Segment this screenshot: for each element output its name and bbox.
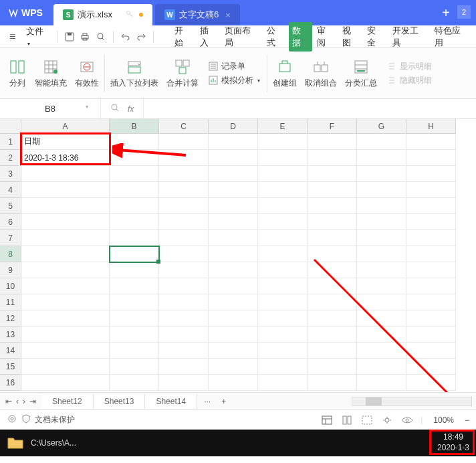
row-header[interactable]: 12 [0, 310, 21, 327]
hamburger-icon[interactable]: ≡ [4, 31, 21, 43]
cell[interactable] [159, 214, 209, 230]
cell[interactable] [406, 166, 456, 182]
name-box[interactable]: B8 [0, 104, 100, 114]
preview-button[interactable] [93, 29, 109, 45]
cell[interactable] [110, 214, 159, 230]
sheet-more-button[interactable]: ··· [197, 397, 217, 406]
cell[interactable] [357, 182, 406, 198]
cell[interactable] [209, 166, 258, 182]
cell[interactable] [110, 134, 159, 150]
cell[interactable] [258, 182, 308, 198]
cell[interactable] [308, 134, 357, 150]
cell[interactable] [21, 278, 110, 294]
cell[interactable] [110, 262, 159, 278]
cell[interactable] [308, 214, 357, 230]
cell[interactable] [159, 310, 209, 327]
settings-icon[interactable] [7, 413, 17, 426]
cell[interactable] [406, 278, 456, 294]
sheet-tab[interactable]: Sheet14 [145, 394, 197, 409]
row-header[interactable]: 9 [0, 262, 21, 278]
cell[interactable] [308, 246, 357, 262]
close-icon[interactable]: × [225, 10, 231, 20]
cell[interactable] [258, 214, 308, 230]
cell[interactable] [258, 359, 308, 375]
cell[interactable] [110, 278, 159, 294]
cell[interactable] [308, 198, 357, 214]
cell[interactable] [357, 310, 406, 327]
cell[interactable] [406, 327, 456, 343]
row-header[interactable]: 11 [0, 294, 21, 310]
cell[interactable]: 2020-1-3 18:36 [21, 150, 110, 166]
folder-icon[interactable] [7, 436, 24, 450]
cell[interactable] [406, 134, 456, 150]
cell[interactable] [406, 198, 456, 214]
row-header[interactable]: 3 [0, 166, 21, 182]
cell[interactable] [110, 310, 159, 327]
fx-search-icon[interactable] [110, 103, 120, 114]
column-header[interactable]: B [110, 119, 159, 134]
cell[interactable] [406, 359, 456, 375]
group-button[interactable]: 创建组 [270, 58, 300, 89]
cell[interactable] [406, 150, 456, 166]
cell[interactable] [209, 310, 258, 327]
sheet-last-button[interactable]: ⇥ [29, 397, 36, 406]
cell[interactable] [308, 230, 357, 246]
column-header[interactable]: H [406, 119, 456, 134]
cell[interactable] [357, 294, 406, 310]
select-all-corner[interactable] [0, 119, 21, 134]
cell[interactable] [406, 214, 456, 230]
print-button[interactable] [78, 29, 94, 45]
sheet-add-button[interactable]: + [217, 397, 230, 406]
column-header[interactable]: D [209, 119, 258, 134]
cell[interactable] [21, 230, 110, 246]
cell[interactable] [308, 182, 357, 198]
cell[interactable] [357, 150, 406, 166]
cell[interactable] [258, 134, 308, 150]
cell[interactable] [258, 230, 308, 246]
cell[interactable] [357, 134, 406, 150]
cell[interactable] [159, 294, 209, 310]
row-header[interactable]: 5 [0, 198, 21, 214]
cell[interactable] [159, 262, 209, 278]
redo-button[interactable] [134, 29, 150, 45]
cell[interactable] [110, 230, 159, 246]
tab-formula[interactable]: 公式 [263, 22, 287, 52]
tab-view[interactable]: 视图 [339, 22, 363, 52]
row-header[interactable]: 6 [0, 214, 21, 230]
cell[interactable] [357, 246, 406, 262]
cell[interactable] [357, 327, 406, 343]
cell[interactable] [308, 150, 357, 166]
cell[interactable] [357, 359, 406, 375]
cell[interactable] [357, 343, 406, 359]
tab-review[interactable]: 审阅 [314, 22, 338, 52]
cell[interactable] [308, 343, 357, 359]
cell[interactable] [258, 166, 308, 182]
cell[interactable] [357, 278, 406, 294]
row-header[interactable]: 15 [0, 359, 21, 375]
cell[interactable] [308, 359, 357, 375]
cell[interactable] [110, 375, 159, 391]
insert-dropdown-button[interactable]: 插入下拉列表 [108, 58, 161, 89]
cell[interactable] [258, 278, 308, 294]
cell[interactable] [406, 343, 456, 359]
file-menu[interactable]: 文件 [21, 25, 53, 48]
cell[interactable] [258, 343, 308, 359]
tab-data[interactable]: 数据 [289, 22, 313, 52]
sheet-prev-button[interactable]: ‹ [16, 397, 19, 406]
column-header[interactable]: G [357, 119, 406, 134]
tab-active-file[interactable]: S 演示.xlsx [53, 4, 152, 25]
cell[interactable] [258, 246, 308, 262]
cell[interactable] [21, 166, 110, 182]
sheet-tab[interactable]: Sheet13 [94, 394, 146, 409]
cell[interactable] [308, 375, 357, 391]
cell[interactable] [406, 375, 456, 391]
cell[interactable] [110, 359, 159, 375]
tab-special[interactable]: 特色应用 [431, 22, 472, 52]
column-header[interactable]: A [21, 119, 110, 134]
column-header[interactable]: C [159, 119, 209, 134]
cell[interactable] [209, 214, 258, 230]
cell[interactable] [308, 327, 357, 343]
undo-button[interactable] [118, 29, 134, 45]
cell[interactable] [258, 375, 308, 391]
cell[interactable] [110, 166, 159, 182]
